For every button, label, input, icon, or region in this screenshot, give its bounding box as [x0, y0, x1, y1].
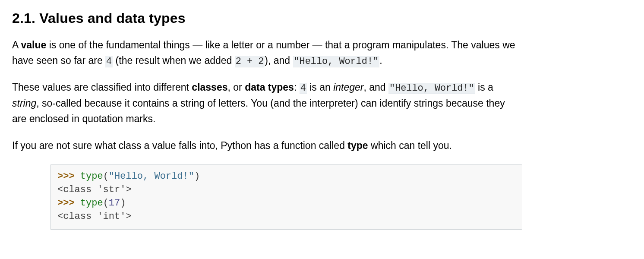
- paragraph-3: If you are not sure what class a value f…: [12, 138, 517, 154]
- inline-code: "Hello, World!": [388, 83, 475, 94]
- code-punc: (: [103, 198, 109, 208]
- text: which can tell you.: [368, 140, 452, 151]
- code-prompt: >>>: [57, 198, 80, 208]
- code-output: <class 'int'>: [57, 211, 132, 222]
- paragraph-2: These values are classified into differe…: [12, 80, 517, 126]
- bold-type: type: [347, 140, 368, 151]
- text: A: [12, 39, 21, 51]
- text: ), and: [265, 55, 293, 66]
- code-punc: ): [120, 198, 126, 208]
- code-output: <class 'str'>: [57, 184, 132, 195]
- text: , so-called because it contains a string…: [12, 98, 505, 124]
- text: , and: [363, 82, 388, 93]
- inline-code: "Hello, World!": [293, 56, 380, 67]
- text: .: [379, 55, 382, 66]
- document-page: 2.1. Values and data types A value is on…: [0, 0, 644, 255]
- code-prompt: >>>: [57, 171, 80, 182]
- text: (the result when we added: [113, 55, 235, 66]
- inline-code: 4: [300, 83, 307, 94]
- section-heading: 2.1. Values and data types: [12, 10, 632, 26]
- code-block: >>> type("Hello, World!") <class 'str'> …: [50, 164, 522, 230]
- code-punc: (: [103, 171, 109, 182]
- text: :: [294, 82, 300, 93]
- code-func: type: [80, 171, 103, 182]
- code-func: type: [80, 198, 103, 208]
- text: is a: [475, 82, 493, 93]
- text: If you are not sure what class a value f…: [12, 140, 347, 151]
- text: is an: [307, 82, 333, 93]
- italic-string: string: [12, 98, 36, 109]
- bold-value: value: [21, 39, 46, 51]
- code-punc: ): [194, 171, 200, 182]
- bold-classes: classes: [192, 82, 227, 93]
- italic-integer: integer: [333, 82, 363, 93]
- code-string: "Hello, World!": [109, 171, 194, 182]
- inline-code: 4: [105, 56, 113, 67]
- text: These values are classified into differe…: [12, 82, 192, 93]
- inline-code: 2 + 2: [235, 56, 265, 67]
- paragraph-1: A value is one of the fundamental things…: [12, 38, 517, 69]
- bold-data-types: data types: [245, 82, 294, 93]
- text: , or: [228, 82, 245, 93]
- code-number: 17: [109, 198, 120, 208]
